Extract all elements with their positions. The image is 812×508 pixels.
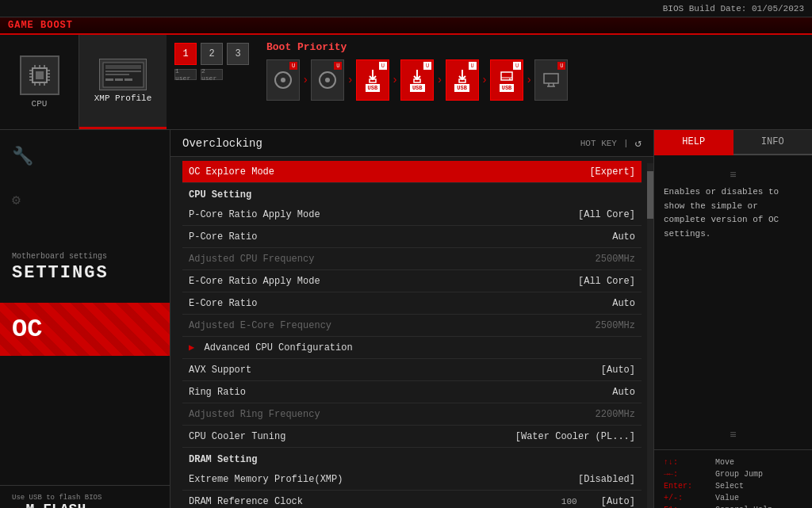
boot-badge-6: U <box>513 62 521 70</box>
num-box-3[interactable]: 3 <box>227 43 249 65</box>
setting-row-ecore-apply[interactable]: E-Core Ratio Apply Mode [All Core] <box>182 270 642 292</box>
nav-numbers: 1 2 3 1 user 2 user <box>167 35 257 129</box>
svg-point-26 <box>325 78 330 82</box>
sidebar: 🔧 ⚙️ Motherboard settings SETTINGS OC Us… <box>0 130 170 508</box>
nav-xmp-tab[interactable]: XMP Profile <box>79 35 167 129</box>
tab-help[interactable]: HELP <box>654 130 733 155</box>
setting-name-xmp: Extreme Memory Profile(XMP) <box>189 474 343 485</box>
game-boost-label: GAME BOOST <box>8 20 73 31</box>
boot-priority-title: Boot Priority <box>266 41 802 53</box>
shortcut-key-move: ↑↓: <box>664 458 711 467</box>
boot-badge-7: U <box>557 62 565 70</box>
svg-rect-22 <box>124 78 132 81</box>
oc-section[interactable]: OC <box>0 303 170 356</box>
top-bar: BIOS Build Date: 01/05/2023 <box>0 0 812 17</box>
oc-header: Overclocking HOT KEY | ↺ <box>170 130 653 157</box>
adv-cpu-arrow: ▶ <box>189 342 194 353</box>
setting-row-adv-cpu[interactable]: ▶ Advanced CPU Configuration <box>182 337 642 359</box>
boot-devices: U › U › U USB › U USB › <box>266 59 802 101</box>
boot-device-4[interactable]: U USB <box>400 59 434 101</box>
boot-device-1[interactable]: U <box>266 59 300 101</box>
setting-row-oc-explore[interactable]: OC Explore Mode [Expert] <box>182 161 642 183</box>
usb-arrow-icon: → <box>12 502 20 508</box>
scrollbar-thumb <box>647 171 653 219</box>
boot-device-6[interactable]: U USB <box>490 59 523 101</box>
main-area: 🔧 ⚙️ Motherboard settings SETTINGS OC Us… <box>0 130 812 508</box>
setting-row-dram-ref[interactable]: DRAM Reference Clock 100 [Auto] <box>182 491 642 508</box>
xmp-tab-label: XMP Profile <box>94 94 152 103</box>
boot-arrow-4: › <box>436 74 442 86</box>
shortcut-value: +/-: Value <box>664 494 802 502</box>
nav-cpu-tab[interactable]: CPU <box>0 35 79 129</box>
sidebar-tools-icons: 🔧 ⚙️ <box>0 130 170 224</box>
num-box-2[interactable]: 2 <box>201 43 223 65</box>
setting-value-avx: [Auto] <box>601 365 635 376</box>
boot-badge-5: U <box>469 62 477 70</box>
cpu-icon <box>20 55 59 95</box>
setting-name-pcore-apply: P-Core Ratio Apply Mode <box>189 209 320 220</box>
section-header-dram: DRAM Setting <box>182 448 642 468</box>
setting-name-pcore-ratio: P-Core Ratio <box>189 231 257 243</box>
boot-device-2[interactable]: U <box>311 59 344 101</box>
oc-content: Overclocking HOT KEY | ↺ OC Explore Mode… <box>170 130 653 508</box>
boot-priority-area: Boot Priority U › U › U USB › U <box>257 35 812 129</box>
boot-arrow-2: › <box>347 74 353 86</box>
help-tabs: HELP INFO <box>654 130 812 155</box>
svg-rect-1 <box>36 71 44 79</box>
boot-badge-2: U <box>334 62 342 70</box>
boot-arrow-5: › <box>481 74 488 86</box>
setting-row-xmp[interactable]: Extreme Memory Profile(XMP) [Disabled] <box>182 468 642 491</box>
boot-badge-4: U <box>423 62 431 70</box>
setting-value-ecore-apply: [All Core] <box>578 276 635 287</box>
svg-rect-33 <box>544 74 558 83</box>
shortcut-desc-enter: Select <box>715 482 744 491</box>
back-button[interactable]: ↺ <box>635 136 642 150</box>
tab-info[interactable]: INFO <box>733 130 813 155</box>
oc-content-title: Overclocking <box>182 137 262 150</box>
shortcut-key-group: →←: <box>664 470 711 479</box>
shortcut-desc-value: Value <box>715 494 739 502</box>
scrollbar[interactable] <box>647 163 653 508</box>
setting-row-adj-cpu-freq: Adjusted CPU Frequency 2500MHz <box>182 248 642 270</box>
setting-value-ring: Auto <box>612 387 635 398</box>
num-row-bottom: 1 user 2 user <box>174 69 249 80</box>
num-box-1[interactable]: 1 <box>174 43 197 65</box>
setting-name-ring: Ring Ratio <box>189 387 246 398</box>
boot-badge-1: U <box>289 62 297 70</box>
setting-row-pcore-ratio[interactable]: P-Core Ratio Auto <box>182 226 642 248</box>
boot-device-7[interactable]: U <box>534 59 568 101</box>
help-text: Enables or disables to show the simple o… <box>664 185 802 241</box>
game-boost-bar: GAME BOOST <box>0 17 812 35</box>
setting-name-ecore-ratio: E-Core Ratio <box>189 298 257 309</box>
shortcut-enter: Enter: Select <box>664 482 802 491</box>
setting-value-dram-ref: [Auto] <box>601 496 635 507</box>
svg-rect-30 <box>501 72 512 80</box>
setting-name-avx: AVX Support <box>189 365 251 376</box>
setting-row-ring[interactable]: Ring Ratio Auto <box>182 381 642 403</box>
boot-arrow-1: › <box>302 74 308 86</box>
wrench-icon: 🔧 <box>12 146 158 167</box>
oc-label: OC <box>12 315 158 344</box>
svg-rect-19 <box>105 74 129 75</box>
boot-arrow-6: › <box>526 74 532 86</box>
shortcut-desc-move: Move <box>715 458 734 467</box>
setting-value-xmp: [Disabled] <box>578 474 635 485</box>
setting-value-ecore-ratio: Auto <box>612 298 635 309</box>
setting-name-adj-cpu-freq: Adjusted CPU Frequency <box>189 254 314 265</box>
mflash-small-label: Use USB to flash BIOS <box>12 494 158 502</box>
setting-num-area-dram-ref: 100 [Auto] <box>561 496 635 507</box>
svg-point-32 <box>509 78 511 80</box>
setting-row-ecore-ratio[interactable]: E-Core Ratio Auto <box>182 292 642 315</box>
boot-device-5[interactable]: U USB <box>446 59 479 101</box>
setting-row-avx[interactable]: AVX Support [Auto] <box>182 359 642 381</box>
setting-row-pcore-apply[interactable]: P-Core Ratio Apply Mode [All Core] <box>182 204 642 226</box>
setting-value-oc-explore: [Expert] <box>589 166 635 178</box>
shortcut-key-value: +/-: <box>664 494 711 502</box>
hammer-icon: ⚙️ <box>12 191 158 208</box>
boot-device-3[interactable]: U USB <box>356 59 389 101</box>
mflash-section[interactable]: Use USB to flash BIOS → M-FLASH <box>0 485 170 508</box>
setting-value-adj-ecore-freq: 2500MHz <box>596 320 635 331</box>
setting-row-cooler[interactable]: CPU Cooler Tuning [Water Cooler (PL...] <box>182 426 642 448</box>
help-panel: HELP INFO ≡ Enables or disables to show … <box>653 130 812 508</box>
shortcut-desc-group: Group Jump <box>715 470 763 479</box>
